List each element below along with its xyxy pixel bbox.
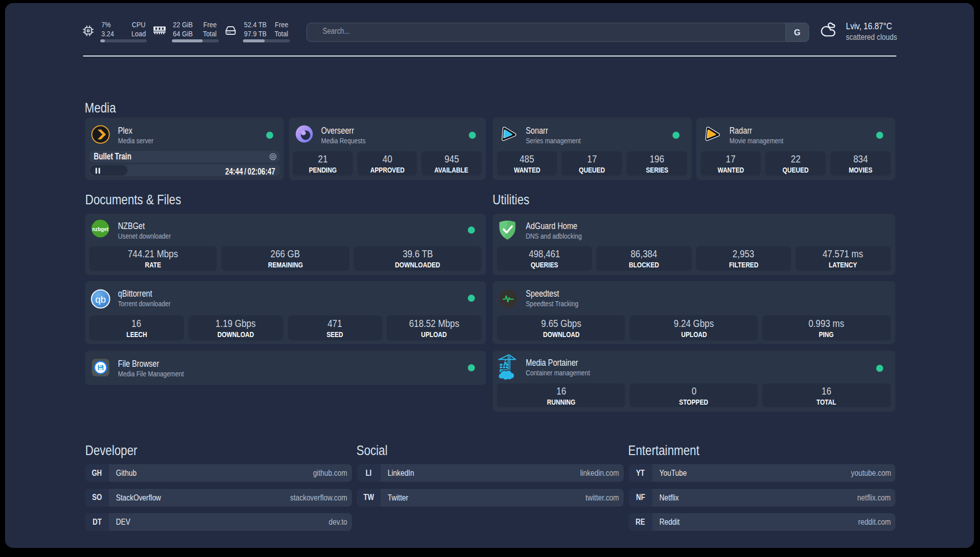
svg-text:qb: qb	[95, 294, 106, 305]
svg-text:nzbget: nzbget	[92, 227, 109, 232]
